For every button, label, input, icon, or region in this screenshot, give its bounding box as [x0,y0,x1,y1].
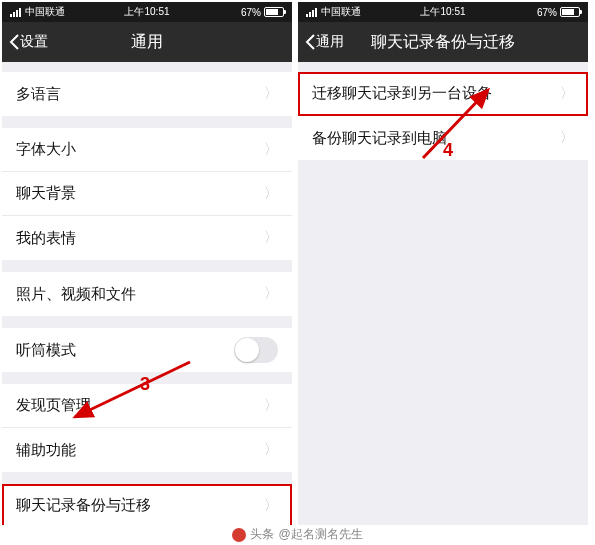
nav-title: 聊天记录备份与迁移 [371,32,515,53]
phone-left: 中国联通 上午10:51 67% 设置 通用 多语言〉 字体大小〉 聊天背景〉 … [2,2,292,525]
row-earpiece-mode[interactable]: 听筒模式 [2,328,292,372]
chevron-right-icon: 〉 [560,85,574,103]
signal-icon [10,8,21,17]
row-migrate-to-device[interactable]: 迁移聊天记录到另一台设备〉 [298,72,588,116]
status-bar: 中国联通 上午10:51 67% [298,2,588,22]
chevron-left-icon [8,33,20,51]
back-label: 通用 [316,33,344,51]
row-backup-migrate[interactable]: 聊天记录备份与迁移〉 [2,484,292,525]
footer-prefix: 头条 [250,526,274,543]
chevron-right-icon: 〉 [264,229,278,247]
back-button[interactable]: 设置 [2,33,48,51]
status-time: 上午10:51 [420,5,465,19]
battery-icon [560,7,580,17]
row-media-files[interactable]: 照片、视频和文件〉 [2,272,292,316]
step-4-label: 4 [443,140,453,161]
back-label: 设置 [20,33,48,51]
row-font-size[interactable]: 字体大小〉 [2,128,292,172]
chevron-left-icon [304,33,316,51]
battery-percent: 67% [537,7,557,18]
nav-bar: 通用 聊天记录备份与迁移 [298,22,588,62]
chevron-right-icon: 〉 [264,397,278,415]
footer-attribution: 头条 @起名测名先生 [0,526,595,543]
phone-right: 中国联通 上午10:51 67% 通用 聊天记录备份与迁移 迁移聊天记录到另一台… [298,2,588,525]
battery-icon [264,7,284,17]
nav-bar: 设置 通用 [2,22,292,62]
options-list: 迁移聊天记录到另一台设备〉 备份聊天记录到电脑〉 [298,62,588,525]
carrier-label: 中国联通 [321,5,361,19]
row-multilanguage[interactable]: 多语言〉 [2,72,292,116]
step-3-label: 3 [140,374,150,395]
row-chat-background[interactable]: 聊天背景〉 [2,172,292,216]
toggle-switch[interactable] [234,337,278,363]
nav-title: 通用 [131,32,163,53]
toutiao-logo-icon [232,528,246,542]
settings-list: 多语言〉 字体大小〉 聊天背景〉 我的表情〉 照片、视频和文件〉 听筒模式 发现… [2,62,292,525]
chevron-right-icon: 〉 [264,285,278,303]
chevron-right-icon: 〉 [560,129,574,147]
chevron-right-icon: 〉 [264,185,278,203]
row-my-stickers[interactable]: 我的表情〉 [2,216,292,260]
row-accessibility[interactable]: 辅助功能〉 [2,428,292,472]
chevron-right-icon: 〉 [264,85,278,103]
status-time: 上午10:51 [124,5,169,19]
carrier-label: 中国联通 [25,5,65,19]
footer-author: @起名测名先生 [278,526,362,543]
chevron-right-icon: 〉 [264,497,278,515]
signal-icon [306,8,317,17]
chevron-right-icon: 〉 [264,441,278,459]
battery-percent: 67% [241,7,261,18]
back-button[interactable]: 通用 [298,33,344,51]
status-bar: 中国联通 上午10:51 67% [2,2,292,22]
chevron-right-icon: 〉 [264,141,278,159]
